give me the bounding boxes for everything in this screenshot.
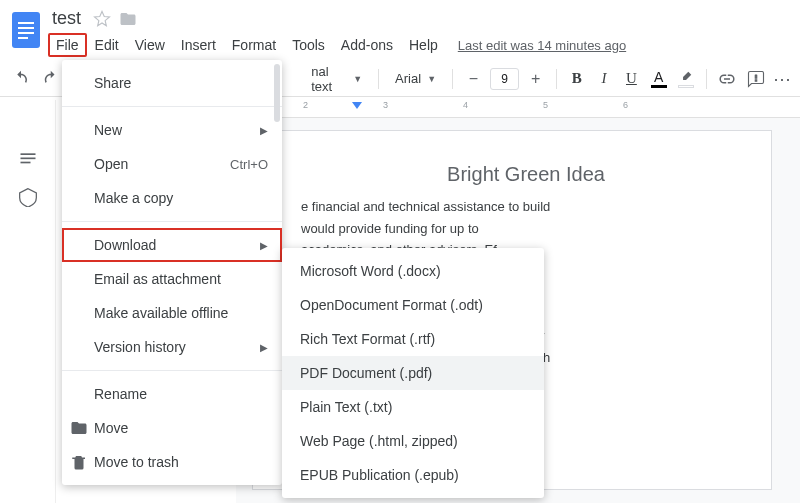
menu-addons[interactable]: Add-ons	[333, 33, 401, 57]
menu-separator	[62, 106, 282, 107]
menubar: File Edit View Insert Format Tools Add-o…	[48, 33, 792, 57]
highlight-color-button[interactable]	[674, 70, 697, 88]
menu-item-new[interactable]: New▶	[62, 113, 282, 147]
menu-tools[interactable]: Tools	[284, 33, 333, 57]
insert-link-button[interactable]	[715, 65, 740, 93]
docs-logo-icon[interactable]	[8, 6, 44, 54]
page-line: would provide funding for up to	[301, 219, 751, 239]
submenu-item-odt[interactable]: OpenDocument Format (.odt)	[282, 288, 544, 322]
submenu-item-txt[interactable]: Plain Text (.txt)	[282, 390, 544, 424]
ruler-tick-label: 6	[623, 100, 628, 110]
title-area: test File Edit View Insert Format Tools …	[44, 6, 792, 57]
svg-rect-6	[20, 158, 35, 160]
menu-item-email-attachment[interactable]: Email as attachment	[62, 262, 282, 296]
menu-file[interactable]: File	[48, 33, 87, 57]
redo-button[interactable]	[37, 65, 62, 93]
font-family-combo[interactable]: Arial▼	[387, 66, 444, 92]
menu-item-version-history[interactable]: Version history▶	[62, 330, 282, 364]
svg-rect-5	[20, 153, 35, 155]
folder-icon	[70, 419, 88, 437]
document-title[interactable]: test	[48, 6, 85, 31]
submenu-item-rtf[interactable]: Rich Text Format (.rtf)	[282, 322, 544, 356]
menu-item-make-offline[interactable]: Make available offline	[62, 296, 282, 330]
toolbar-separator	[452, 69, 453, 89]
last-edit-link[interactable]: Last edit was 14 minutes ago	[458, 38, 626, 53]
explore-icon[interactable]	[18, 187, 38, 210]
chevron-down-icon: ▼	[353, 74, 362, 84]
ruler-tick-label: 3	[383, 100, 388, 110]
chevron-right-icon: ▶	[260, 125, 268, 136]
header: test File Edit View Insert Format Tools …	[0, 0, 800, 57]
chevron-down-icon: ▼	[427, 74, 436, 84]
toolbar-separator	[556, 69, 557, 89]
text-color-button[interactable]: A	[647, 70, 670, 88]
paragraph-style-combo[interactable]: nal text▼	[303, 66, 370, 92]
menu-item-move-to-trash[interactable]: Move to trash	[62, 445, 282, 479]
italic-button[interactable]: I	[592, 66, 615, 92]
underline-button[interactable]: U	[620, 66, 643, 92]
chevron-right-icon: ▶	[260, 342, 268, 353]
menu-separator	[62, 221, 282, 222]
svg-rect-1	[18, 22, 34, 24]
svg-rect-8	[20, 166, 35, 168]
ruler[interactable]: 2 3 4 5 6	[236, 100, 800, 118]
submenu-item-html[interactable]: Web Page (.html, zipped)	[282, 424, 544, 458]
page-line: e financial and technical assistance to …	[301, 197, 751, 217]
trash-icon	[70, 453, 88, 471]
svg-rect-7	[20, 162, 30, 164]
submenu-item-epub[interactable]: EPUB Publication (.epub)	[282, 458, 544, 492]
bold-button[interactable]: B	[565, 66, 588, 92]
font-size-input[interactable]: 9	[490, 68, 519, 90]
menu-format[interactable]: Format	[224, 33, 284, 57]
toolbar-separator	[378, 69, 379, 89]
shortcut-label: Ctrl+O	[230, 157, 268, 172]
font-size-decrease[interactable]: −	[461, 65, 486, 93]
undo-button[interactable]	[8, 65, 33, 93]
menu-help[interactable]: Help	[401, 33, 446, 57]
ruler-tick-label: 2	[303, 100, 308, 110]
menu-item-open[interactable]: OpenCtrl+O	[62, 147, 282, 181]
menu-item-move[interactable]: Move	[62, 411, 282, 445]
svg-rect-0	[12, 12, 40, 48]
submenu-item-docx[interactable]: Microsoft Word (.docx)	[282, 254, 544, 288]
menu-item-share[interactable]: Share	[62, 66, 282, 100]
page-heading: Bright Green Idea	[301, 159, 751, 189]
submenu-item-pdf[interactable]: PDF Document (.pdf)	[282, 356, 544, 390]
download-submenu: Microsoft Word (.docx) OpenDocument Form…	[282, 248, 544, 498]
toolbar-more-button[interactable]: ⋯	[773, 68, 792, 90]
ruler-tick-label: 4	[463, 100, 468, 110]
ruler-indent-marker[interactable]	[352, 102, 362, 109]
svg-rect-4	[18, 37, 28, 39]
left-sidebar-strip	[0, 100, 56, 503]
menu-item-download[interactable]: Download▶	[62, 228, 282, 262]
menu-edit[interactable]: Edit	[87, 33, 127, 57]
chevron-right-icon: ▶	[260, 240, 268, 251]
file-menu-dropdown: Share New▶ OpenCtrl+O Make a copy Downlo…	[62, 60, 282, 485]
star-icon[interactable]	[93, 10, 111, 28]
menu-separator	[62, 370, 282, 371]
menu-item-rename[interactable]: Rename	[62, 377, 282, 411]
outline-icon[interactable]	[18, 150, 38, 173]
ruler-tick-label: 5	[543, 100, 548, 110]
svg-rect-2	[18, 27, 34, 29]
toolbar-separator	[706, 69, 707, 89]
menu-view[interactable]: View	[127, 33, 173, 57]
svg-rect-3	[18, 32, 34, 34]
move-folder-icon[interactable]	[119, 10, 137, 28]
font-size-increase[interactable]: +	[523, 65, 548, 93]
insert-comment-button[interactable]	[744, 65, 769, 93]
menu-item-make-copy[interactable]: Make a copy	[62, 181, 282, 215]
menu-insert[interactable]: Insert	[173, 33, 224, 57]
